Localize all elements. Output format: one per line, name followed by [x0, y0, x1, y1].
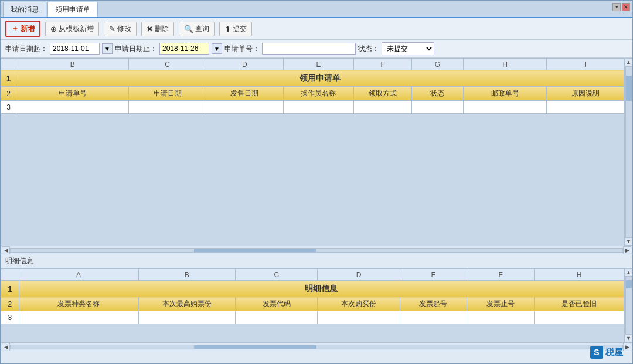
detail-table-scroll[interactable]: A B C D E F H 1: [1, 268, 632, 342]
col-header-row: B C D E F G H I: [1, 59, 624, 70]
col-H: H: [463, 59, 547, 70]
window-controls: ▾ ✕: [612, 3, 630, 11]
from-template-button[interactable]: ⊕ 从模板新增: [45, 22, 99, 36]
detail-hscroll[interactable]: ◀ ▶: [1, 342, 632, 351]
detail-table-row[interactable]: 3: [1, 311, 624, 324]
main-table: B C D E F G H I 1 领用申请单: [1, 58, 624, 114]
edit-icon: ✎: [109, 25, 115, 33]
cell-issue-date: [206, 101, 283, 114]
detail-cell-code: [236, 311, 318, 324]
detail-header-row: 2 发票种类名称 本次最高购票份 发票代码 本次购买份 发票起号 发票止号 是否…: [1, 297, 624, 311]
hscroll-right[interactable]: ▶: [623, 246, 631, 254]
main-table-scroll[interactable]: B C D E F G H I 1 领用申请单: [1, 58, 632, 246]
table-row[interactable]: 3: [1, 101, 624, 114]
detail-col-header-verified: 是否已验旧: [535, 297, 624, 311]
date-to-picker[interactable]: ▼: [212, 43, 222, 54]
detail-col-header-type: 发票种类名称: [19, 297, 138, 311]
date-to-input[interactable]: [159, 43, 209, 55]
logo: S 税屋: [590, 346, 623, 359]
new-button[interactable]: ＋ 新增: [5, 21, 40, 37]
detail-col-B: B: [138, 269, 236, 281]
detail-col-header-buy-qty: 本次购买份: [318, 297, 400, 311]
row-1-num: 1: [1, 70, 16, 87]
hscroll-left[interactable]: ◀: [2, 246, 10, 254]
doc-no-input[interactable]: [262, 43, 356, 55]
date-from-picker[interactable]: ▼: [102, 43, 113, 54]
detail-col-header-start-no: 发票起号: [400, 297, 467, 311]
submit-button[interactable]: ⬆ 提交: [219, 22, 252, 36]
corner-cell: [1, 59, 16, 70]
detail-vscroll[interactable]: ▲ ▼: [624, 268, 632, 342]
col-header-pickup-method: 领取方式: [354, 87, 412, 101]
detail-corner: [1, 269, 19, 281]
detail-cell-start: [400, 311, 467, 324]
detail-hscroll-right[interactable]: ▶: [623, 343, 631, 351]
date-to-label: 申请日期止：: [115, 44, 157, 54]
date-from-input[interactable]: [50, 43, 100, 55]
detail-col-H: H: [535, 269, 624, 281]
detail-col-header-max-quota: 本次最高购票份: [138, 297, 236, 311]
vscroll-track[interactable]: [625, 66, 632, 237]
detail-vscroll-track[interactable]: [625, 277, 632, 334]
logo-text: 税屋: [605, 347, 623, 358]
detail-vscroll-up[interactable]: ▲: [625, 268, 633, 277]
close-button[interactable]: ✕: [622, 3, 630, 11]
cell-status: [411, 101, 463, 114]
query-button[interactable]: 🔍 查询: [179, 22, 215, 36]
hscroll-thumb: [194, 249, 316, 252]
row-2-num: 2: [1, 87, 16, 101]
col-C: C: [129, 59, 206, 70]
cell-req-date: [129, 101, 206, 114]
delete-icon: ✖: [147, 25, 153, 33]
tab-my-messages[interactable]: 我的消息: [3, 2, 46, 17]
detail-hscroll-left[interactable]: ◀: [2, 343, 10, 351]
delete-button[interactable]: ✖ 删除: [141, 22, 174, 36]
detail-hscroll-track[interactable]: [10, 345, 623, 349]
main-window: 我的消息 领用申请单 ▾ ✕ ＋ 新增 ⊕ 从模板新增 ✎ 修改 ✖ 删除 🔍 …: [0, 0, 633, 364]
detail-cell-end: [467, 311, 535, 324]
tab-requisition[interactable]: 领用申请单: [47, 2, 98, 17]
detail-col-header-invoice-code: 发票代码: [236, 297, 318, 311]
search-icon: 🔍: [184, 25, 193, 33]
main-table-vscroll[interactable]: ▲ ▼: [624, 58, 632, 246]
add-icon: ＋: [11, 23, 19, 34]
detail-col-C: C: [236, 269, 318, 281]
pin-button[interactable]: ▾: [612, 3, 621, 11]
detail-cell-verified: [535, 311, 624, 324]
main-hscroll[interactable]: ◀ ▶: [1, 246, 632, 254]
detail-table-title: 明细信息: [19, 281, 624, 297]
col-header-issue-date: 发售日期: [206, 87, 283, 101]
vscroll-up[interactable]: ▲: [625, 58, 633, 66]
edit-button[interactable]: ✎ 修改: [104, 22, 137, 36]
col-header-operator: 操作员名称: [283, 87, 354, 101]
detail-col-F: F: [467, 269, 535, 281]
logo-icon: S: [590, 346, 603, 359]
detail-vscroll-thumb: [626, 280, 632, 288]
col-header-req-date: 申请日期: [129, 87, 206, 101]
detail-col-header-end-no: 发票止号: [467, 297, 535, 311]
detail-hscroll-thumb: [194, 345, 316, 349]
detail-col-A: A: [19, 269, 138, 281]
cell-operator: [283, 101, 354, 114]
detail-row-3-num: 3: [1, 311, 19, 324]
cell-pickup: [354, 101, 412, 114]
detail-row-1-num: 1: [1, 281, 19, 297]
hscroll-track[interactable]: [10, 248, 623, 253]
detail-col-header-row: A B C D E F H: [1, 269, 624, 281]
vscroll-thumb: [626, 76, 632, 101]
doc-no-label: 申请单号：: [224, 44, 260, 54]
col-G: G: [411, 59, 463, 70]
cell-req-no: [16, 101, 129, 114]
template-icon: ⊕: [50, 25, 57, 33]
status-select[interactable]: 未提交 已提交 全部: [382, 42, 434, 55]
cell-postal: [463, 101, 547, 114]
col-E: E: [283, 59, 354, 70]
vscroll-down[interactable]: ▼: [625, 237, 633, 246]
tab-bar: 我的消息 领用申请单 ▾ ✕: [1, 1, 632, 18]
col-header-reason: 原因说明: [547, 87, 624, 101]
detail-vscroll-down[interactable]: ▼: [625, 334, 633, 342]
col-F: F: [354, 59, 412, 70]
main-table-title: 领用申请单: [16, 70, 624, 87]
table-header-row: 2 申请单号 申请日期 发售日期 操作员名称 领取方式 状态 邮政单号 原因说明: [1, 87, 624, 101]
status-label: 状态：: [358, 44, 379, 54]
